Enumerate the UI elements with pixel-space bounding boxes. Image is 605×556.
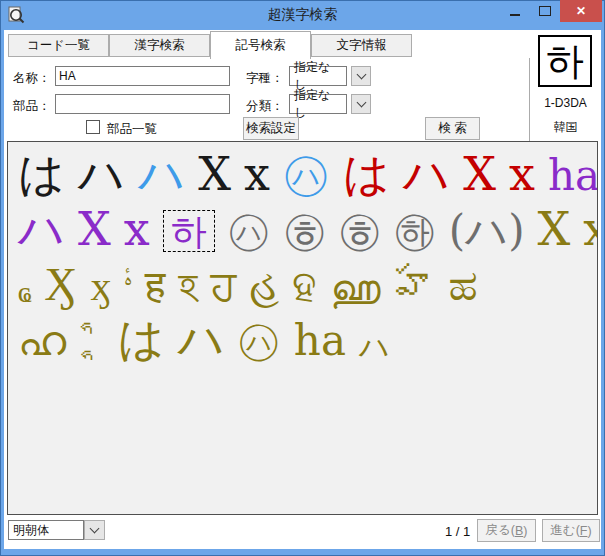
result-char[interactable]: х [124, 206, 150, 252]
result-char[interactable]: ۂ [125, 264, 132, 289]
chartype-label: 字種： [246, 70, 284, 87]
result-char[interactable]: Х [538, 206, 571, 252]
result-char[interactable]: ㋩ [238, 320, 281, 362]
result-char[interactable]: ㋩ [228, 210, 271, 252]
chartype-select-arrow[interactable] [351, 66, 371, 86]
result-char[interactable]: ҩ [18, 277, 31, 307]
result-row: ハХх하㋩㉭㉭㉻(ハ)ХхҨ [8, 197, 597, 252]
tab-1[interactable]: コード一覧 [8, 34, 109, 57]
preview-code: 1-D3DA [530, 96, 601, 110]
parts-label: 部品： [13, 98, 51, 115]
result-row: ഹཧྷはハ㋩haハ [8, 307, 597, 362]
search-form: 名称： 部品： 字種： 指定なし 分類： 指定なし 部品一覧 検索設定 検 索 [4, 58, 529, 141]
app-window: 超漢字検索 ✕ コード一覧漢字検索記号検索文字情報 名称： 部品： 字種： 指定… [0, 0, 605, 556]
result-char[interactable]: х [509, 151, 535, 197]
parts-list-checkbox[interactable] [86, 120, 100, 134]
tab-4[interactable]: 文字情報 [311, 34, 412, 57]
tab-2[interactable]: 漢字検索 [109, 34, 210, 57]
result-char[interactable]: х [244, 151, 270, 197]
result-char[interactable]: ഹ [18, 320, 66, 362]
forward-button[interactable]: 進む(F) [542, 519, 600, 542]
chevron-down-icon [356, 70, 366, 80]
result-char[interactable]: ஹ [330, 265, 381, 307]
result-char[interactable]: ӽ [91, 265, 112, 307]
result-row: はハハХх㋩はハХхhaは [8, 142, 597, 197]
minimize-button[interactable] [500, 0, 530, 22]
result-char[interactable]: Х [198, 151, 231, 197]
result-char[interactable]: ハ [78, 151, 125, 197]
result-char[interactable]: ಹ [449, 265, 478, 307]
result-grid: はハハХх㋩はハХхhaはハХх하㋩㉭㉭㉻(ハ)ХхҨҩӼӽۂहহਹહହஹహಹഹ… [7, 141, 598, 515]
result-char[interactable]: ㋩ [283, 151, 330, 197]
close-button[interactable]: ✕ [560, 0, 602, 22]
tab-strip: コード一覧漢字検索記号検索文字情報 [4, 30, 601, 58]
search-settings-button[interactable]: 検索設定 [243, 117, 299, 140]
result-char[interactable]: হ [178, 265, 197, 307]
close-icon: ✕ [576, 4, 586, 18]
result-char[interactable]: ha [548, 155, 598, 197]
result-char[interactable]: ㉻ [394, 210, 436, 252]
result-char[interactable]: は [118, 316, 165, 362]
chevron-down-icon [90, 524, 100, 534]
page-indicator: 1 / 1 [445, 524, 470, 539]
result-char[interactable]: Х [463, 151, 496, 197]
preview-panel: 하 1-D3DA 韓国 [530, 30, 601, 141]
font-select[interactable]: 明朝体 [8, 520, 84, 540]
category-select-arrow[interactable] [351, 94, 371, 114]
result-char[interactable]: ハ [138, 151, 185, 197]
category-label: 分類： [246, 98, 284, 115]
font-select-arrow[interactable] [84, 520, 105, 540]
preview-char-box: 하 [538, 35, 592, 87]
result-char[interactable]: Ӽ [44, 261, 77, 307]
parts-list-label: 部品一覧 [107, 121, 157, 138]
tab-3[interactable]: 記号検索 [210, 31, 311, 59]
result-char[interactable]: ハ [359, 332, 390, 362]
result-char[interactable]: ਹ [210, 265, 236, 307]
result-char[interactable]: హ [394, 265, 436, 307]
preview-char: 하 [546, 42, 584, 80]
result-char[interactable]: ཧ [79, 319, 92, 344]
result-char[interactable]: (ハ) [449, 210, 525, 252]
result-char[interactable]: ha [294, 320, 346, 362]
minimize-icon [510, 14, 520, 16]
title-bar: 超漢字検索 ✕ [0, 0, 605, 30]
maximize-icon [539, 6, 551, 16]
chartype-select[interactable]: 指定なし [289, 66, 347, 86]
status-bar: 明朝体 1 / 1 戻る(B) 進む(F) [4, 515, 601, 549]
name-label: 名称： [13, 70, 51, 87]
result-char[interactable]: હ [249, 265, 279, 307]
result-char[interactable]: は [343, 151, 390, 197]
client-area: コード一覧漢字検索記号検索文字情報 名称： 部品： 字種： 指定なし 分類： 指… [4, 30, 601, 549]
name-input[interactable] [55, 66, 230, 86]
result-row: ҩӼӽۂहহਹહହஹహಹ [8, 252, 597, 307]
parts-input[interactable] [55, 94, 230, 114]
result-char[interactable]: ह [145, 265, 165, 307]
search-button[interactable]: 検 索 [425, 117, 480, 140]
result-char[interactable]: ハ [18, 206, 65, 252]
back-button[interactable]: 戻る(B) [477, 519, 536, 542]
result-char[interactable]: х [583, 206, 598, 252]
result-char[interactable]: ହ [292, 265, 317, 307]
result-char-selected[interactable]: 하 [163, 210, 215, 252]
result-char[interactable]: Х [78, 206, 111, 252]
chevron-down-icon [356, 98, 366, 108]
category-select[interactable]: 指定なし [289, 94, 347, 114]
result-char[interactable]: は [18, 151, 65, 197]
result-char[interactable]: ハ [178, 316, 225, 362]
result-char[interactable]: ㉭ [339, 210, 381, 252]
result-char[interactable]: ハ [403, 151, 450, 197]
preview-region: 韓国 [530, 119, 601, 136]
result-char[interactable]: ㉭ [284, 210, 326, 252]
maximize-button[interactable] [530, 0, 560, 22]
